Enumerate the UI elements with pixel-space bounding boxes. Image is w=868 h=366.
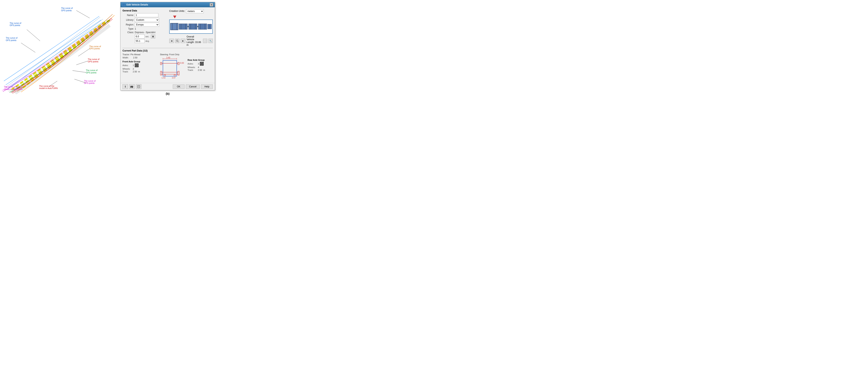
current-part-title: Current Part Data (1\2) (122, 49, 213, 52)
svg-text:The curve of: The curve of (61, 7, 73, 9)
dialog-title: Edit Vehicle Details (126, 3, 148, 6)
front-track-value: 2.50 (133, 70, 137, 73)
svg-point-64 (174, 74, 176, 76)
screenshot-button[interactable]: ⬜ (203, 39, 207, 43)
svg-point-69 (130, 87, 131, 88)
class-value: Doprava - Speciální (135, 31, 155, 34)
red-triangle-indicator (173, 16, 176, 18)
dialog-window: Edit Vehicle Details ✕ General Data Name… (120, 2, 215, 90)
calc-button[interactable]: 🖩 (151, 34, 155, 38)
dialog-titlebar: Edit Vehicle Details ✕ (121, 2, 215, 7)
svg-rect-68 (130, 86, 131, 87)
dialog-bottom: ℹ OK Cancel Help (121, 83, 215, 90)
svg-text:GPS points: GPS points (84, 82, 95, 84)
svg-rect-48 (163, 60, 177, 76)
tractor-label: Tractor: Pin Ahead (122, 53, 156, 56)
region-label: Region: (122, 23, 134, 26)
rear-wheels-value: 4 (198, 66, 199, 68)
help-button[interactable]: Help (201, 85, 213, 89)
svg-rect-31 (179, 24, 187, 29)
rear-axle-group: Rear Axle Group Axles: 3 Wheels: 4 (188, 59, 217, 71)
region-select[interactable]: Evropa (135, 23, 159, 27)
svg-text:The curve of: The curve of (88, 58, 99, 60)
svg-point-66 (202, 63, 202, 64)
settings-button[interactable]: 🔧 (209, 39, 213, 43)
front-axles-label: Axles: (122, 64, 132, 66)
svg-line-6 (21, 43, 35, 52)
svg-line-3 (27, 30, 40, 41)
svg-point-70 (132, 87, 133, 88)
export-button[interactable] (136, 84, 142, 89)
svg-line-12 (76, 61, 88, 65)
svg-text:GPS points: GPS points (86, 71, 96, 74)
deg-input[interactable] (135, 39, 145, 43)
type-value: 1 (135, 27, 136, 30)
rear-track-label: Track: (188, 69, 197, 71)
name-row: Name: (122, 13, 166, 17)
class-label: Class: (122, 31, 134, 34)
library-select[interactable]: Custom (135, 18, 159, 22)
rear-wheels-row: Wheels: 4 (188, 66, 217, 68)
sec-input[interactable] (135, 34, 145, 38)
current-part-section: Current Part Data (1\2) Tractor: Pin Ahe… (122, 48, 213, 78)
triangle-area (169, 15, 213, 18)
front-wheel-icon-button[interactable] (135, 63, 138, 67)
svg-point-63 (164, 74, 166, 76)
svg-text:The curve of the: The curve of the (4, 86, 19, 88)
rear-wheel-icon-button[interactable] (200, 62, 204, 66)
creation-units-select[interactable]: meters (186, 9, 204, 13)
front-wheels-value: 2 (133, 68, 134, 70)
sec-row: sec. 🖩 (135, 34, 166, 38)
dialog-icon (122, 3, 125, 6)
svg-point-44 (176, 40, 178, 41)
svg-rect-67 (130, 86, 133, 87)
svg-text:The curve of: The curve of (89, 45, 101, 48)
svg-text:model in AutoTURN: model in AutoTURN (4, 88, 23, 90)
right-panel: Edit Vehicle Details ✕ General Data Name… (120, 2, 215, 95)
front-axles-row: Axles: 1 (122, 63, 156, 67)
svg-line-9 (78, 49, 90, 56)
front-track-label: Track: (122, 70, 132, 73)
close-button[interactable]: ✕ (210, 3, 213, 6)
svg-text:1.43: 1.43 (161, 77, 165, 79)
magnify-button[interactable] (175, 39, 180, 43)
next-part-button[interactable]: ► (181, 39, 185, 43)
info-button[interactable]: ℹ (122, 84, 128, 89)
svg-rect-54 (160, 71, 162, 75)
svg-rect-28 (171, 24, 178, 29)
vehicle-diagram: 3.40 0.00 1.43 3.97 (158, 56, 186, 78)
overall-length-label: Overall Vehicle Length: 33.86 m (187, 35, 202, 47)
right-side: Creation Units: meters (169, 9, 213, 47)
front-axle-label: Front Axle Group (122, 60, 156, 63)
svg-text:The curve of: The curve of (84, 80, 96, 82)
prev-part-button[interactable]: ◄ (169, 39, 174, 43)
name-input[interactable] (135, 13, 158, 17)
sec-unit: sec. (145, 35, 149, 38)
svg-text:3.40: 3.40 (166, 57, 170, 59)
left-panel: The curve of GPS points The curve of GPS… (2, 2, 116, 95)
library-row: Library: Custom (122, 18, 166, 22)
rear-wheels-label: Wheels: (188, 66, 197, 68)
caption-b: (b) (120, 92, 215, 95)
front-track-row: Track: 2.50 m (122, 70, 156, 73)
region-row: Region: Evropa (122, 23, 166, 27)
general-data-section: General Data Name: Library: Custom Regio… (122, 9, 166, 47)
rear-track-value: 2.50 (198, 69, 202, 71)
vehicle-button[interactable] (129, 84, 135, 89)
rear-axles-row: Axles: 3 (188, 62, 217, 66)
svg-rect-42 (208, 24, 211, 29)
ok-button[interactable]: OK (173, 85, 185, 89)
width-value: 2.50 (133, 56, 137, 59)
type-label: Type: (122, 27, 134, 30)
svg-text:GPS points: GPS points (88, 60, 98, 63)
front-track-unit: m (138, 70, 140, 73)
svg-text:model in AutoTURN: model in AutoTURN (39, 87, 58, 89)
cancel-button[interactable]: Cancel (186, 85, 200, 89)
steering-label: Steering: Front Only (160, 53, 179, 56)
svg-text:3.97: 3.97 (172, 77, 176, 79)
parts-row: Tractor: Pin Ahead Width: 2.50 Front Axl… (122, 53, 213, 78)
name-label: Name: (122, 14, 134, 17)
deg-row: deg. (135, 39, 166, 43)
rear-axles-label: Axles: (188, 63, 197, 65)
general-data-label: General Data (122, 9, 166, 12)
